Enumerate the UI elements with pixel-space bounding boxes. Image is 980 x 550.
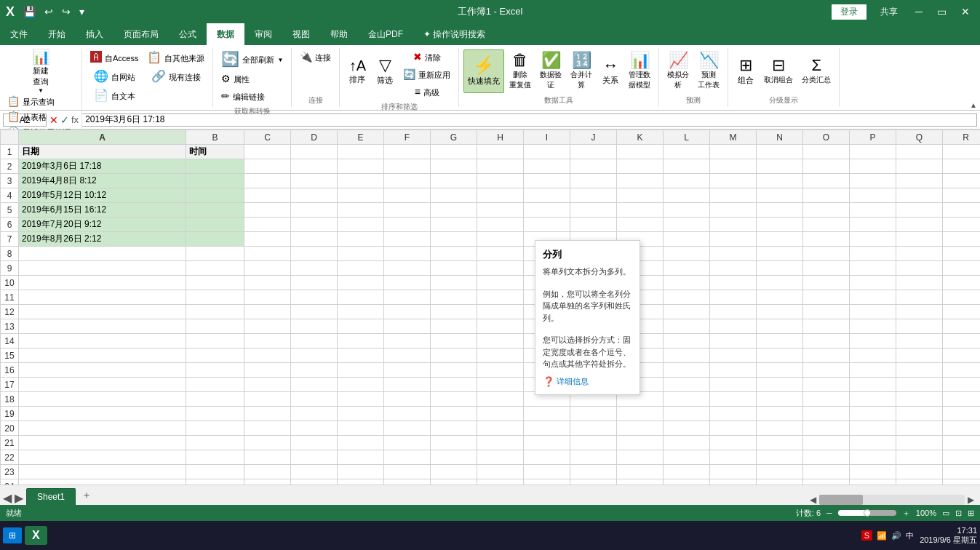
cell-a6[interactable]: 2019年7月20日 9:12 — [19, 218, 186, 232]
cell-r8[interactable] — [943, 247, 981, 261]
cell-k6[interactable] — [617, 218, 664, 232]
cell-g1[interactable] — [431, 145, 477, 159]
cell-e14[interactable] — [338, 334, 384, 348]
cell-l2[interactable] — [664, 159, 710, 174]
cell-q5[interactable] — [896, 203, 943, 218]
cell-m17[interactable] — [710, 378, 757, 392]
cell-c5[interactable] — [244, 203, 291, 218]
cell-j3[interactable] — [570, 174, 617, 188]
cell-b22[interactable] — [186, 450, 244, 465]
cell-b6[interactable] — [186, 218, 244, 232]
view-normal-icon[interactable]: ▭ — [942, 509, 949, 518]
cell-o3[interactable] — [803, 174, 850, 188]
cell-q23[interactable] — [896, 465, 943, 479]
cell-p18[interactable] — [850, 392, 896, 407]
cell-g13[interactable] — [431, 319, 477, 334]
cell-r7[interactable] — [943, 232, 981, 247]
cell-o23[interactable] — [803, 465, 850, 479]
cell-i22[interactable] — [524, 450, 570, 465]
cell-a18[interactable] — [19, 392, 186, 407]
cell-q20[interactable] — [896, 421, 943, 436]
view-page-layout-icon[interactable]: ⊡ — [955, 509, 962, 518]
cell-m15[interactable] — [710, 348, 757, 363]
cell-f18[interactable] — [384, 392, 431, 407]
cell-h2[interactable] — [477, 159, 524, 174]
from-access-btn[interactable]: 🅰 自Access — [87, 49, 142, 67]
cell-p4[interactable] — [850, 188, 896, 203]
cell-e15[interactable] — [338, 348, 384, 363]
cell-c19[interactable] — [244, 407, 291, 421]
cell-k2[interactable] — [617, 159, 664, 174]
cell-f15[interactable] — [384, 348, 431, 363]
cell-b4[interactable] — [186, 188, 244, 203]
cell-m16[interactable] — [710, 363, 757, 378]
cell-a5[interactable]: 2019年6月15日 16:12 — [19, 203, 186, 218]
cell-r20[interactable] — [943, 421, 981, 436]
cell-a24[interactable] — [19, 479, 186, 485]
cell-n2[interactable] — [757, 159, 803, 174]
cell-c15[interactable] — [244, 348, 291, 363]
cell-o12[interactable] — [803, 305, 850, 319]
cell-l17[interactable] — [664, 378, 710, 392]
cell-f10[interactable] — [384, 276, 431, 290]
cell-p11[interactable] — [850, 290, 896, 305]
table-row[interactable]: 32019年4月8日 8:12 — [1, 174, 981, 188]
sheet-scroll-left[interactable]: ◀ — [3, 491, 12, 505]
cell-b18[interactable] — [186, 392, 244, 407]
cell-g18[interactable] — [431, 392, 477, 407]
table-row[interactable]: 8 — [1, 247, 981, 261]
flash-fill-btn[interactable]: ⚡ 快速填充 — [463, 49, 504, 93]
cell-n20[interactable] — [757, 421, 803, 436]
tab-pagelayout[interactable]: 页面布局 — [113, 23, 169, 45]
cell-o6[interactable] — [803, 218, 850, 232]
cell-b19[interactable] — [186, 407, 244, 421]
table-row[interactable]: 22019年3月6日 17:18 — [1, 159, 981, 174]
cell-q19[interactable] — [896, 407, 943, 421]
cell-g24[interactable] — [431, 479, 477, 485]
close-button[interactable]: ✕ — [957, 4, 974, 19]
cell-j20[interactable] — [570, 421, 617, 436]
cell-d15[interactable] — [291, 348, 338, 363]
cell-e18[interactable] — [338, 392, 384, 407]
cell-r1[interactable] — [943, 145, 981, 159]
cell-h8[interactable] — [477, 247, 524, 261]
cell-l22[interactable] — [664, 450, 710, 465]
connection-btn[interactable]: 🔌 连接 — [296, 49, 335, 65]
cell-a21[interactable] — [19, 436, 186, 450]
cell-n14[interactable] — [757, 334, 803, 348]
table-row[interactable]: 20 — [1, 421, 981, 436]
cell-b8[interactable] — [186, 247, 244, 261]
cell-g14[interactable] — [431, 334, 477, 348]
cell-h21[interactable] — [477, 436, 524, 450]
refresh-all-btn[interactable]: 🔄 全部刷新 ▼ — [218, 49, 287, 70]
cell-l24[interactable] — [664, 479, 710, 485]
zoom-in-icon[interactable]: ＋ — [902, 508, 910, 519]
cell-e9[interactable] — [338, 261, 384, 276]
cell-c14[interactable] — [244, 334, 291, 348]
cell-h5[interactable] — [477, 203, 524, 218]
tab-insert[interactable]: 插入 — [76, 23, 113, 45]
cell-e4[interactable] — [338, 188, 384, 203]
cell-j1[interactable] — [570, 145, 617, 159]
cell-j2[interactable] — [570, 159, 617, 174]
cell-e3[interactable] — [338, 174, 384, 188]
cell-o20[interactable] — [803, 421, 850, 436]
table-row[interactable]: 14 — [1, 334, 981, 348]
cell-n1[interactable] — [757, 145, 803, 159]
group-btn[interactable]: ⊞ 组合 — [733, 49, 759, 93]
cell-d10[interactable] — [291, 276, 338, 290]
cell-f2[interactable] — [384, 159, 431, 174]
cell-m10[interactable] — [710, 276, 757, 290]
cell-f1[interactable] — [384, 145, 431, 159]
what-if-btn[interactable]: 📈 模拟分析 — [664, 49, 693, 93]
cell-l20[interactable] — [664, 421, 710, 436]
data-validate-btn[interactable]: ✅ 数据验证 — [536, 49, 565, 93]
table-row[interactable]: 21 — [1, 436, 981, 450]
cell-a9[interactable] — [19, 261, 186, 276]
cell-r6[interactable] — [943, 218, 981, 232]
cell-a12[interactable] — [19, 305, 186, 319]
table-row[interactable]: 23 — [1, 465, 981, 479]
cell-n3[interactable] — [757, 174, 803, 188]
cell-h12[interactable] — [477, 305, 524, 319]
cell-o10[interactable] — [803, 276, 850, 290]
